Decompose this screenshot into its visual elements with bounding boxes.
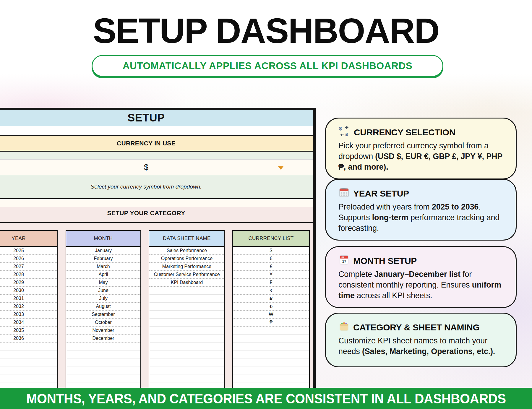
svg-text:¥: ¥ [345, 132, 348, 137]
table-row: ₣ [233, 279, 309, 287]
table-row: January [66, 247, 140, 255]
currency-dropdown[interactable]: $ [0, 159, 313, 175]
table-row: 2025 [0, 247, 57, 255]
table-row [149, 366, 224, 374]
table-row [0, 374, 57, 382]
table-row: 2031 [0, 295, 57, 303]
table-row: Operations Performance [149, 255, 224, 263]
category-section-title: SETUP YOUR CATEGORY [0, 210, 313, 217]
table-row: £ [233, 263, 309, 271]
callout-title-text: CURRENCY SELECTION [354, 127, 455, 137]
table-row [233, 366, 309, 374]
table-row [0, 350, 57, 358]
table-header-currency-list: CURRRENCY LIST [233, 231, 309, 247]
table-row: 2030 [0, 287, 57, 295]
currency-in-use-header: CURRENCY IN USE [0, 136, 313, 151]
svg-text:JUL: JUL [341, 256, 346, 259]
table-header-year: YEAR [0, 231, 57, 247]
table-row [233, 343, 309, 350]
table-row [233, 335, 309, 343]
subtitle-badge: AUTOMATICALLY APPLIES ACROSS ALL KPI DAS… [92, 55, 443, 77]
callout-title-text: CATEGORY & SHEET NAMING [353, 322, 480, 332]
table-row: February [66, 255, 140, 263]
chevron-down-icon[interactable] [278, 166, 283, 170]
category-table-data-sheet-name: DATA SHEET NAMESales PerformanceOperatio… [149, 230, 225, 390]
table-row [149, 327, 224, 335]
table-row: ₱ [233, 319, 309, 327]
sheet-title: SETUP [128, 112, 165, 124]
table-row [149, 335, 224, 343]
table-row: Sales Performance [149, 247, 224, 255]
table-row: November [66, 327, 140, 335]
callout-title: YEAR SETUP [338, 187, 503, 200]
table-row: KPI Dashboard [149, 279, 224, 287]
currency-selected-value: $ [144, 163, 148, 172]
table-row: 2033 [0, 311, 57, 319]
table-row [149, 374, 224, 382]
callout-body: Preloaded with years from 2025 to 2036. … [338, 202, 503, 234]
currency-helper-text: Select your currency symbol from dropdow… [91, 184, 202, 190]
callout-body: Pick your preferred currency symbol from… [338, 141, 503, 173]
table-row [149, 303, 224, 311]
footer-banner-label: MONTHS, YEARS, AND CATEGORIES ARE CONSIS… [26, 390, 506, 407]
table-row [149, 350, 224, 358]
table-row: ¥ [233, 271, 309, 279]
table-row: ₽ [233, 295, 309, 303]
table-row [149, 295, 224, 303]
table-row [66, 366, 140, 374]
table-row [66, 350, 140, 358]
category-table-month: MONTHJanuaryFebruaryMarchAprilMayJuneJul… [66, 230, 141, 390]
divider [0, 222, 313, 223]
table-row [0, 366, 57, 374]
table-header-data-sheet-name: DATA SHEET NAME [149, 231, 224, 247]
table-row [149, 287, 224, 295]
currency-exchange-icon: $¥ [338, 126, 350, 139]
callout-title: CATEGORY & SHEET NAMING [338, 321, 503, 334]
footer-banner: MONTHS, YEARS, AND CATEGORIES ARE CONSIS… [0, 388, 532, 409]
table-row: June [66, 287, 140, 295]
table-row: Customer Service Performance [149, 271, 224, 279]
card-index-icon [338, 321, 350, 334]
callout-title-text: YEAR SETUP [353, 189, 409, 199]
callout-card-4: CATEGORY & SHEET NAMINGCustomize KPI she… [325, 313, 517, 367]
callout-title-text: MONTH SETUP [353, 256, 417, 266]
spacer-row [0, 152, 313, 159]
table-row [233, 358, 309, 366]
table-row [233, 327, 309, 335]
table-row: 2036 [0, 335, 57, 343]
spiral-calendar-icon [338, 187, 350, 200]
table-row [149, 311, 224, 319]
callout-card-3: JUL17MONTH SETUPComplete January–Decembe… [325, 246, 517, 308]
table-row: 2034 [0, 319, 57, 327]
callout-title: $¥CURRENCY SELECTION [338, 126, 503, 139]
sheet-title-band: SETUP [0, 110, 313, 126]
table-row: $ [233, 247, 309, 255]
table-row [149, 343, 224, 350]
calendar-date-icon: JUL17 [338, 254, 350, 267]
table-row: May [66, 279, 140, 287]
table-row [149, 319, 224, 327]
callout-body: Customize KPI sheet names to match your … [338, 336, 503, 357]
category-table-year: YEAR202520262027202820292030203120322033… [0, 230, 58, 390]
table-row: October [66, 319, 140, 327]
table-row [66, 343, 140, 350]
table-row: € [233, 255, 309, 263]
table-row [233, 374, 309, 382]
table-row: 2032 [0, 303, 57, 311]
table-row: 2026 [0, 255, 57, 263]
callout-card-2: YEAR SETUPPreloaded with years from 2025… [325, 179, 517, 241]
table-row: ₺ [233, 303, 309, 311]
category-table-currency-list: CURRRENCY LIST$€£¥₣₹₽₺₩₱ [232, 230, 310, 390]
callout-body: Complete January–December list for consi… [338, 269, 503, 301]
table-row: April [66, 271, 140, 279]
spacer-row [0, 126, 313, 135]
table-row: 2029 [0, 279, 57, 287]
page-title: SETUP DASHBOARD [0, 13, 532, 48]
table-header-month: MONTH [66, 231, 140, 247]
table-row [66, 374, 140, 382]
table-row: Marketing Performance [149, 263, 224, 271]
table-row: ₹ [233, 287, 309, 295]
table-row: 2028 [0, 271, 57, 279]
table-row [0, 343, 57, 350]
svg-text:17: 17 [342, 259, 346, 264]
